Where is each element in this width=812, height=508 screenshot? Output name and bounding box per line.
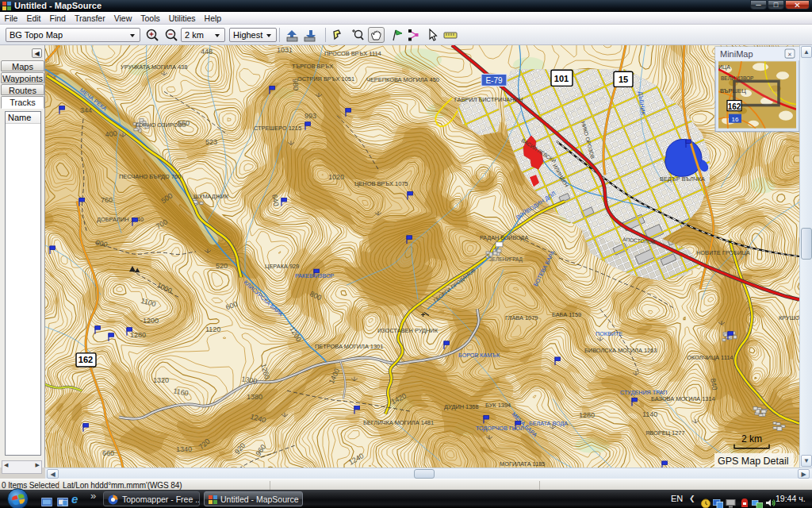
svg-text:ШУМАДЖИК: ШУМАДЖИК — [193, 193, 229, 200]
svg-text:1140: 1140 — [642, 410, 657, 418]
svg-text:162: 162 — [728, 102, 741, 111]
svg-text:БУК 1394: БУК 1394 — [485, 402, 511, 409]
svg-text:УРУЧКАТА МОГИЛА 438: УРУЧКАТА МОГИЛА 438 — [121, 64, 187, 71]
svg-text:МОГИЛАТА 1185: МОГИЛАТА 1185 — [500, 460, 545, 468]
svg-text:СТРЕШЕРО 1215: СТРЕШЕРО 1215 — [254, 125, 301, 132]
svg-text:980: 980 — [291, 79, 300, 91]
svg-text:15: 15 — [619, 75, 628, 84]
svg-text:E-79: E-79 — [485, 76, 503, 85]
svg-text:✕: ✕ — [787, 52, 792, 57]
svg-text:СТУДЕНИЯ ТРАП: СТУДЕНИЯ ТРАП — [620, 389, 667, 396]
svg-text:БИВОЛСКА МОГИЛА 1263: БИВОЛСКА МОГИЛА 1263 — [584, 347, 657, 354]
svg-text:ВЕДЪР ВЪЛЧКА: ВЕДЪР ВЪЛЧКА — [660, 175, 705, 183]
svg-text:ИЦА: ИЦА — [718, 64, 730, 71]
svg-text:101: 101 — [554, 74, 569, 83]
svg-text:16: 16 — [732, 116, 739, 123]
svg-text:БЕЛАТА ВОДА: БЕЛАТА ВОДА — [529, 420, 568, 427]
svg-text:1280: 1280 — [130, 331, 146, 339]
svg-text:НОВИТЕ ГРОБИЦА: НОВИТЕ ГРОБИЦА — [696, 249, 750, 256]
svg-text:GPS Map Detail: GPS Map Detail — [718, 456, 789, 467]
svg-text:ЗЕЛЕНИГРАД: ЗЕЛЕНИГРАД — [489, 256, 523, 263]
svg-text:ОКОЛЧИЦА 1114: ОКОЛЧИЦА 1114 — [687, 354, 733, 361]
svg-text:1380: 1380 — [247, 393, 262, 401]
svg-text:1031: 1031 — [277, 46, 293, 54]
svg-text:1320: 1320 — [153, 376, 169, 384]
svg-text:ОСТРИЯ ВРЪХ 1051: ОСТРИЯ ВРЪХ 1051 — [297, 75, 354, 83]
svg-text:1340: 1340 — [176, 445, 192, 453]
svg-text:ТЪРГОВ ВРЪХ: ТЪРГОВ ВРЪХ — [292, 63, 333, 70]
svg-text:MiniMap: MiniMap — [720, 49, 753, 59]
svg-text:ТОДОРЧОВ ГЬОЛ: ТОДОРЧОВ ГЬОЛ — [476, 425, 524, 432]
svg-text:162: 162 — [79, 355, 93, 364]
svg-text:ИЗОСТАВЕН РУДНИК: ИЗОСТАВЕН РУДНИК — [377, 327, 439, 334]
svg-text:523: 523 — [205, 138, 217, 146]
svg-text:ГАВРИЛ БИСТРИЧАНИН: ГАВРИЛ БИСТРИЧАНИН — [454, 96, 523, 103]
svg-text:ЦЕНОВ ВРЪХ 1075: ЦЕНОВ ВРЪХ 1075 — [354, 180, 408, 187]
svg-text:760: 760 — [101, 196, 113, 204]
svg-text:2 km: 2 km — [741, 433, 762, 444]
svg-text:ДУДИН 1368: ДУДИН 1368 — [444, 403, 479, 410]
svg-text:БЕГЛИЧКА МОГИЛА 1481: БЕГЛИЧКА МОГИЛА 1481 — [363, 419, 434, 426]
svg-text:ПОКВИТЕ: ПОКВИТЕ — [596, 330, 622, 337]
svg-text:344: 344 — [80, 106, 92, 114]
svg-text:1280: 1280 — [579, 410, 595, 418]
svg-text:560: 560 — [178, 119, 190, 127]
svg-text:ПЕСЧАНО БЪРДО 760: ПЕСЧАНО БЪРДО 760 — [119, 173, 181, 180]
svg-text:ЧЕРЕПКОВА МОГИЛА 450: ЧЕРЕПКОВА МОГИЛА 450 — [366, 76, 439, 83]
svg-text:КРУШОВИЦА: КРУШОВИЦА — [779, 314, 799, 321]
svg-text:448: 448 — [201, 48, 213, 56]
svg-text:ГЛАВА 1079: ГЛАВА 1079 — [505, 314, 538, 321]
svg-text:993: 993 — [304, 112, 316, 120]
svg-text:1120: 1120 — [205, 325, 220, 333]
svg-text:660: 660 — [102, 449, 114, 457]
svg-text:520: 520 — [216, 262, 228, 270]
svg-text:РАКЕВ ИЗВОР: РАКЕВ ИЗВОР — [295, 272, 335, 279]
svg-text:ПРОСОВ ВРЪХ 1114: ПРОСОВ ВРЪХ 1114 — [324, 50, 381, 57]
svg-text:БОРОВ КАМЪК: БОРОВ КАМЪК — [458, 352, 500, 359]
svg-text:БАБА 1159: БАБА 1159 — [552, 311, 581, 318]
svg-text:ЦЕРАКА 929: ЦЕРАКА 929 — [265, 263, 299, 270]
svg-text:РАДАН ВОЙВОДА: РАДАН ВОЙВОДА — [480, 234, 528, 241]
svg-text:400: 400 — [105, 129, 117, 139]
svg-text:БАЗОВА МОГИЛА 1314: БАЗОВА МОГИЛА 1314 — [651, 395, 715, 402]
svg-text:1020: 1020 — [328, 173, 344, 181]
svg-text:ПЕТРОВА МОГИЛА 1301: ПЕТРОВА МОГИЛА 1301 — [315, 343, 383, 350]
svg-text:-1200: -1200 — [140, 317, 159, 325]
svg-text:ЯВОРЕЦ 1277: ЯВОРЕЦ 1277 — [645, 429, 685, 437]
